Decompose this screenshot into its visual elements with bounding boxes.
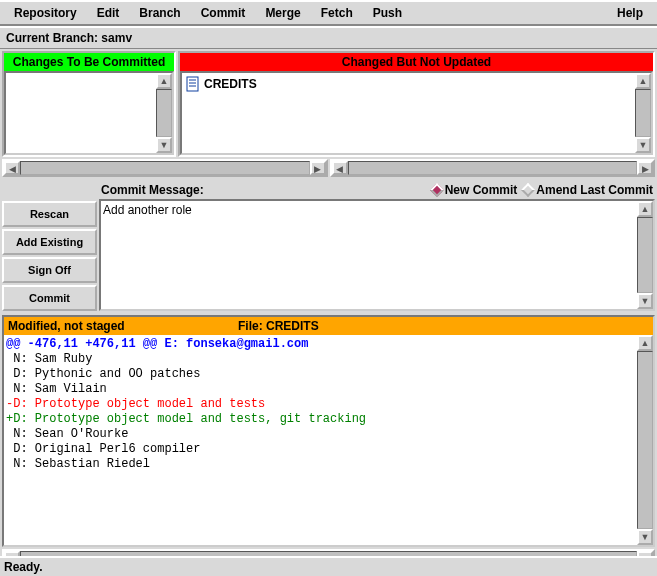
- list-item[interactable]: CREDITS: [184, 75, 631, 93]
- diff-line: N: Sean O'Rourke: [6, 427, 633, 442]
- branch-label: Current Branch:: [6, 31, 98, 45]
- commit-msg-vscroll[interactable]: ▲ ▼: [635, 201, 653, 309]
- diff-pane: Modified, not staged File: CREDITS @@ -4…: [2, 315, 655, 547]
- diamond-selected-icon: [430, 183, 444, 197]
- staged-vscroll[interactable]: ▲ ▼: [154, 73, 172, 153]
- action-buttons: Rescan Add Existing Sign Off Commit: [2, 181, 97, 311]
- status-bar: Ready.: [0, 556, 657, 576]
- amend-commit-label: Amend Last Commit: [536, 183, 653, 197]
- scroll-up-icon[interactable]: ▲: [637, 335, 653, 351]
- file-icon: [186, 76, 200, 92]
- diff-line: N: Sam Ruby: [6, 352, 633, 367]
- menu-push[interactable]: Push: [363, 3, 412, 23]
- scroll-left-icon[interactable]: ◀: [4, 161, 20, 175]
- diff-line: D: Original Perl6 compiler: [6, 442, 633, 457]
- diff-file-name: CREDITS: [266, 319, 319, 333]
- commit-button[interactable]: Commit: [2, 285, 97, 311]
- diff-line: -D: Prototype object model and tests: [6, 397, 633, 412]
- unstaged-header: Changed But Not Updated: [180, 53, 653, 71]
- unstaged-vscroll[interactable]: ▲ ▼: [633, 73, 651, 153]
- add-existing-button[interactable]: Add Existing: [2, 229, 97, 255]
- menu-commit[interactable]: Commit: [191, 3, 256, 23]
- staged-file-list[interactable]: [6, 73, 154, 153]
- commit-message-input[interactable]: [101, 201, 635, 309]
- scroll-down-icon[interactable]: ▼: [156, 137, 172, 153]
- diff-status: Modified, not staged: [8, 319, 238, 333]
- new-commit-label: New Commit: [445, 183, 518, 197]
- diff-line: N: Sam Vilain: [6, 382, 633, 397]
- branch-name: samv: [101, 31, 132, 45]
- menubar: Repository Edit Branch Commit Merge Fetc…: [0, 0, 657, 26]
- staged-hscroll[interactable]: ◀▶: [2, 159, 328, 177]
- file-name: CREDITS: [204, 77, 257, 91]
- staged-header: Changes To Be Committed: [4, 53, 174, 71]
- unstaged-file-list[interactable]: CREDITS: [182, 73, 633, 153]
- scroll-down-icon[interactable]: ▼: [637, 529, 653, 545]
- scroll-right-icon[interactable]: ▶: [637, 161, 653, 175]
- diff-vscroll[interactable]: ▲ ▼: [635, 335, 653, 545]
- menu-edit[interactable]: Edit: [87, 3, 130, 23]
- staged-pane: Changes To Be Committed ▲ ▼: [2, 51, 176, 157]
- diff-line: D: Pythonic and OO patches: [6, 367, 633, 382]
- scroll-down-icon[interactable]: ▼: [637, 293, 653, 309]
- menu-branch[interactable]: Branch: [129, 3, 190, 23]
- commit-message-label: Commit Message:: [101, 183, 204, 197]
- diff-line: @@ -476,11 +476,11 @@ E: fonseka@gmail.c…: [6, 337, 633, 352]
- scroll-left-icon[interactable]: ◀: [332, 161, 348, 175]
- scroll-down-icon[interactable]: ▼: [635, 137, 651, 153]
- menu-help[interactable]: Help: [607, 3, 653, 23]
- new-commit-radio[interactable]: New Commit: [432, 183, 518, 197]
- scroll-up-icon[interactable]: ▲: [637, 201, 653, 217]
- diff-content[interactable]: @@ -476,11 +476,11 @@ E: fonseka@gmail.c…: [4, 335, 635, 545]
- sign-off-button[interactable]: Sign Off: [2, 257, 97, 283]
- menu-repository[interactable]: Repository: [4, 3, 87, 23]
- scroll-up-icon[interactable]: ▲: [635, 73, 651, 89]
- diamond-icon: [521, 183, 535, 197]
- diff-file-label: File:: [238, 319, 263, 333]
- unstaged-hscroll[interactable]: ◀▶: [330, 159, 656, 177]
- diff-line: +D: Prototype object model and tests, gi…: [6, 412, 633, 427]
- unstaged-pane: Changed But Not Updated CREDITS ▲ ▼: [178, 51, 655, 157]
- svg-rect-0: [187, 77, 198, 91]
- amend-commit-radio[interactable]: Amend Last Commit: [523, 183, 653, 197]
- diff-line: N: Sebastian Riedel: [6, 457, 633, 472]
- menu-fetch[interactable]: Fetch: [311, 3, 363, 23]
- rescan-button[interactable]: Rescan: [2, 201, 97, 227]
- menu-merge[interactable]: Merge: [255, 3, 310, 23]
- branch-bar: Current Branch: samv: [0, 26, 657, 49]
- scroll-up-icon[interactable]: ▲: [156, 73, 172, 89]
- scroll-right-icon[interactable]: ▶: [310, 161, 326, 175]
